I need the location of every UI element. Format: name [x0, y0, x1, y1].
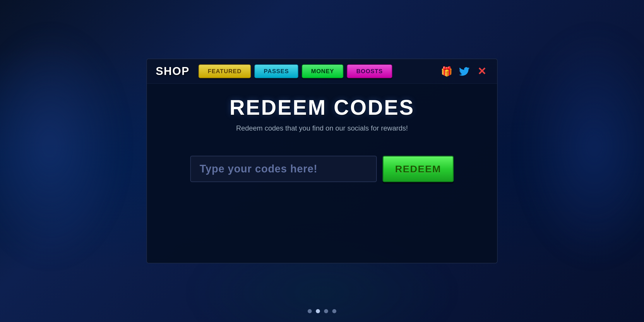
tab-featured[interactable]: FEATURED	[198, 64, 251, 78]
gift-icon[interactable]: 🎁	[440, 65, 453, 78]
input-row: REDEEM	[190, 156, 454, 182]
twitter-icon[interactable]	[458, 65, 471, 78]
tab-boosts[interactable]: BOOSTS	[347, 64, 392, 78]
dot-1[interactable]	[308, 309, 312, 313]
redeem-title: REDEEM CODES	[229, 95, 415, 119]
nav-tabs: FEATURED PASSES MONEY BOOSTS	[198, 64, 434, 78]
tab-money[interactable]: MONEY	[302, 64, 343, 78]
header-icons: 🎁 ✕	[440, 65, 488, 78]
code-input[interactable]	[190, 156, 377, 182]
redeem-subtitle: Redeem codes that you find on our social…	[236, 124, 408, 132]
redeem-button[interactable]: REDEEM	[383, 156, 454, 182]
page-dots	[308, 309, 336, 313]
tab-passes[interactable]: PASSES	[254, 64, 298, 78]
dot-4[interactable]	[332, 309, 336, 313]
modal-header: SHOP FEATURED PASSES MONEY BOOSTS 🎁 ✕	[147, 59, 497, 84]
modal-body: REDEEM CODES Redeem codes that you find …	[147, 84, 497, 263]
shop-modal: SHOP FEATURED PASSES MONEY BOOSTS 🎁 ✕ RE…	[146, 59, 498, 263]
dot-2[interactable]	[316, 309, 320, 313]
dot-3[interactable]	[324, 309, 328, 313]
close-icon[interactable]: ✕	[475, 65, 488, 78]
shop-title: SHOP	[156, 65, 190, 78]
